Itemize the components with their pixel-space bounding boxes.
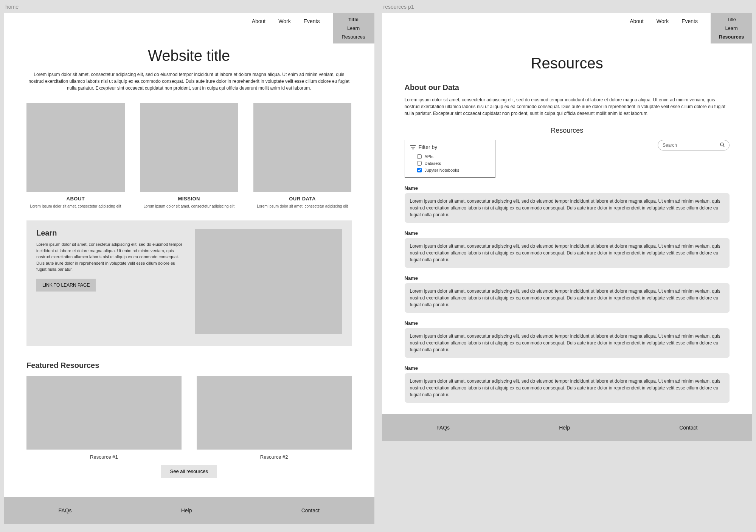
subnav-title[interactable]: Title [727, 17, 736, 22]
card-title: MISSION [140, 196, 238, 202]
intro-text: Lorem ipsum dolor sit amet, consectetur … [26, 71, 352, 92]
filter-option-label: Datasets [425, 161, 441, 166]
nav-about[interactable]: About [252, 18, 266, 24]
filter-option-apis[interactable]: APIs [410, 153, 490, 160]
resource-desc: Lorem ipsum dolor sit amet, consectetur … [405, 283, 730, 313]
placeholder-image [195, 229, 342, 334]
frame-label-home: home [4, 4, 374, 10]
card-mission: MISSION Lorem ipsum dolor sit amet, cons… [140, 103, 238, 209]
frame-label-resources: resources p1 [382, 4, 753, 10]
card-about: ABOUT Lorem ipsum dolor sit amet, consec… [26, 103, 125, 209]
cards-row: ABOUT Lorem ipsum dolor sit amet, consec… [4, 103, 374, 209]
about-body: Lorem ipsum dolor sit amet, consectetur … [405, 96, 730, 117]
card-title: ABOUT [26, 196, 125, 202]
resource-name: Name [405, 365, 730, 371]
resource-name: Name [405, 185, 730, 191]
featured-heading: Featured Resources [26, 361, 352, 370]
learn-heading: Learn [36, 229, 183, 237]
svg-line-1 [723, 146, 724, 147]
featured-label: Resource #2 [260, 454, 288, 460]
footer-faqs[interactable]: FAQs [59, 507, 72, 513]
footer-help[interactable]: Help [559, 425, 570, 431]
resource-item: Name Lorem ipsum dolor sit amet, consect… [405, 275, 730, 313]
placeholder-image [253, 103, 352, 192]
top-nav: About Work Events Title Learn Resources [4, 13, 374, 43]
subnav-learn[interactable]: Learn [347, 25, 360, 31]
filter-icon [410, 145, 416, 149]
footer-faqs[interactable]: FAQs [436, 425, 450, 431]
card-desc: Lorem ipsum dolor sit amet, consectetur … [253, 204, 352, 209]
card-ourdata: OUR DATA Lorem ipsum dolor sit amet, con… [253, 103, 352, 209]
card-desc: Lorem ipsum dolor sit amet, consectetur … [26, 204, 125, 209]
resource-item: Name Lorem ipsum dolor sit amet, consect… [405, 320, 730, 358]
filter-label: Filter by [419, 144, 438, 150]
placeholder-image [26, 103, 125, 192]
search-input[interactable] [663, 143, 720, 148]
about-data-section: About our Data Lorem ipsum dolor sit ame… [405, 83, 730, 117]
resource-item: Name Lorem ipsum dolor sit amet, consect… [405, 365, 730, 403]
footer-contact[interactable]: Contact [301, 507, 320, 513]
resource-name: Name [405, 275, 730, 281]
nav-about[interactable]: About [630, 18, 644, 24]
resource-item: Name Lorem ipsum dolor sit amet, consect… [405, 185, 730, 223]
see-all-button[interactable]: See all resources [161, 465, 217, 478]
resource-desc: Lorem ipsum dolor sit amet, consectetur … [405, 193, 730, 223]
featured-label: Resource #1 [90, 454, 118, 460]
subnav-learn[interactable]: Learn [725, 25, 737, 31]
placeholder-image [26, 376, 182, 450]
svg-point-0 [720, 143, 723, 146]
footer: FAQs Help Contact [382, 414, 753, 441]
resources-subheading: Resources [405, 127, 730, 135]
about-heading: About our Data [405, 83, 730, 92]
placeholder-image [140, 103, 238, 192]
checkbox-jupyter[interactable] [417, 168, 422, 172]
search-icon [720, 142, 725, 148]
footer-help[interactable]: Help [181, 507, 192, 513]
top-nav: About Work Events Title Learn Resources [382, 13, 753, 43]
featured-section: Featured Resources Resource #1 Resource … [4, 346, 374, 489]
resource-item: Name Lorem ipsum dolor sit amet, consect… [405, 230, 730, 268]
featured-item: Resource #1 [26, 376, 182, 460]
subnav-resources[interactable]: Resources [719, 34, 744, 40]
filter-option-label: Jupyter Notebooks [425, 168, 459, 172]
learn-link-button[interactable]: LINK TO LEARN PAGE [36, 279, 96, 292]
resource-desc: Lorem ipsum dolor sit amet, consectetur … [405, 373, 730, 403]
nav-events[interactable]: Events [304, 18, 320, 24]
checkbox-datasets[interactable] [417, 161, 422, 166]
footer: FAQs Help Contact [4, 497, 374, 524]
footer-contact[interactable]: Contact [679, 425, 697, 431]
resource-list: Name Lorem ipsum dolor sit amet, consect… [405, 185, 730, 403]
filter-box: Filter by APIs Datasets Jupyter Not [405, 140, 495, 178]
subnav-resources[interactable]: Resources [342, 34, 365, 40]
frame-resources: resources p1 About Work Events Title Lea… [382, 4, 753, 524]
card-title: OUR DATA [253, 196, 352, 202]
subnav-box: Title Learn Resources [333, 13, 374, 43]
featured-item: Resource #2 [197, 376, 352, 460]
subnav-box: Title Learn Resources [711, 13, 752, 43]
resource-desc: Lorem ipsum dolor sit amet, consectetur … [405, 328, 730, 358]
hero: Website title Lorem ipsum dolor sit amet… [4, 43, 374, 99]
filter-option-datasets[interactable]: Datasets [410, 160, 490, 167]
resource-desc: Lorem ipsum dolor sit amet, consectetur … [405, 238, 730, 268]
filter-option-jupyter[interactable]: Jupyter Notebooks [410, 167, 490, 174]
page-title: Resources [405, 55, 730, 72]
learn-block: Learn Lorem ipsum dolor sit amet, consec… [26, 220, 352, 346]
checkbox-apis[interactable] [417, 154, 422, 159]
frame-home: home About Work Events Title Learn Resou… [4, 4, 374, 524]
filter-option-label: APIs [425, 154, 433, 159]
placeholder-image [197, 376, 352, 450]
learn-body: Lorem ipsum dolor sit amet, consectetur … [36, 241, 183, 273]
card-desc: Lorem ipsum dolor sit amet, consectetur … [140, 204, 238, 209]
resource-tools: Filter by APIs Datasets Jupyter Not [405, 140, 730, 178]
site-title: Website title [26, 47, 352, 64]
search-box[interactable] [658, 140, 730, 150]
resource-name: Name [405, 320, 730, 326]
nav-work[interactable]: Work [278, 18, 290, 24]
nav-events[interactable]: Events [681, 18, 698, 24]
subnav-title[interactable]: Title [348, 17, 359, 22]
nav-work[interactable]: Work [657, 18, 669, 24]
resource-name: Name [405, 230, 730, 236]
